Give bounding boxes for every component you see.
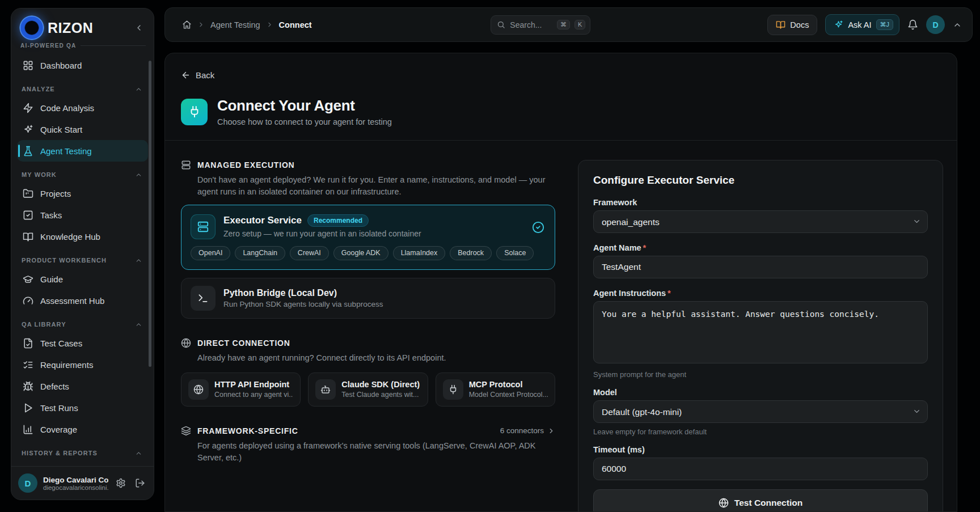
sidebar-section-qa-library[interactable]: QA LIBRARY [17,316,148,332]
card-text: MCP Protocol Model Context Protocol... [469,380,548,399]
model-select[interactable]: Default (gpt-4o-mini) [593,400,928,423]
ask-ai-button[interactable]: Ask AI ⌘J [825,14,899,35]
sidebar-item-tasks[interactable]: Tasks [17,204,148,226]
card-title: HTTP API Endpoint [214,380,293,389]
section-title: ANALYZE [22,86,55,92]
tag-crewai: CrewAI [290,246,329,260]
topbar-actions: Docs Ask AI ⌘J D [767,14,962,35]
topbar: Agent Testing Connect ⌘ K Docs Ask AI ⌘J… [164,7,973,42]
sidebar-item-coverage[interactable]: Coverage [17,418,148,440]
tag-llamaindex: LlamaIndex [393,246,446,260]
sidebar-item-quick-start[interactable]: Quick Start [17,119,148,140]
back-button[interactable]: Back [181,70,214,80]
sidebar-item-test-runs[interactable]: Test Runs [17,397,148,418]
agent-name-input[interactable] [593,256,928,278]
section-description: For agents deployed using a framework's … [197,440,555,464]
search-box[interactable]: ⌘ K [491,15,590,35]
claude-sdk-card[interactable]: Claude SDK (Direct) Test Claude agents w… [308,373,428,407]
framework-select[interactable]: openai_agents [593,210,928,233]
timeout-input[interactable] [593,458,928,480]
sidebar-item-test-cases[interactable]: Test Cases [17,332,148,354]
breadcrumb-parent[interactable]: Agent Testing [210,20,260,29]
home-button[interactable] [182,20,192,29]
section-title: QA LIBRARY [22,321,66,328]
card-title: MCP Protocol [469,380,548,389]
card-subtitle: Test Claude agents wit... [341,391,420,399]
header-collapse-button[interactable] [953,20,962,29]
chevron-right-icon [266,21,273,28]
agent-instructions-textarea[interactable]: You are a helpful assistant. Answer ques… [593,301,928,363]
python-bridge-card[interactable]: Python Bridge (Local Dev) Run Python SDK… [181,278,555,319]
mcp-protocol-card[interactable]: MCP Protocol Model Context Protocol... [436,373,555,407]
sidebar-section-product-workbench[interactable]: PRODUCT WORKBENCH [17,252,148,268]
layers-icon [181,426,191,436]
breadcrumb-current: Connect [279,20,312,29]
executor-service-card[interactable]: Executor Service Recommended Zero setup … [181,205,555,270]
ask-ai-shortcut: ⌘J [876,19,894,30]
chevron-up-icon [135,257,142,264]
card-text: HTTP API Endpoint Connect to any agent v… [214,380,293,399]
sidebar-item-label: Tasks [40,210,62,220]
page-title-row: Connect Your Agent Choose how to connect… [181,97,941,126]
managed-execution-header: MANAGED EXECUTION [181,160,555,170]
sidebar-item-guide[interactable]: Guide [17,268,148,290]
framework-specific-section: FRAMEWORK-SPECIFIC 6 connectors For agen… [181,426,555,464]
check-square-icon [23,210,33,221]
logout-button[interactable] [133,476,147,490]
sidebar-item-label: Code Analysis [40,103,94,113]
user-avatar[interactable]: D [18,473,37,493]
docs-button[interactable]: Docs [767,15,817,35]
section-description: Already have an agent running? Connect d… [197,352,555,364]
book-open-icon [23,231,33,242]
card-subtitle: Model Context Protocol... [469,391,548,399]
user-email: diegocavalariconsolini... [43,484,108,491]
header-avatar[interactable]: D [926,15,945,34]
graduation-cap-icon [23,274,33,285]
notifications-button[interactable] [907,19,918,30]
sidebar-item-label: Defects [40,382,69,391]
chevron-up-icon [135,171,142,179]
configuration-column: Configure Executor Service Framework ope… [578,160,943,512]
sidebar-item-dashboard[interactable]: Dashboard [17,54,148,76]
plug-icon [443,379,463,400]
dashboard-grid-icon [23,60,33,71]
sidebar-section-history-reports[interactable]: HISTORY & REPORTS [17,445,148,461]
selected-check-icon [532,221,544,234]
chevron-up-icon [135,86,142,93]
sidebar-section-my-work[interactable]: MY WORK [17,167,148,183]
sidebar-item-defects[interactable]: Defects [17,375,148,397]
sidebar-section-analyze[interactable]: ANALYZE [17,81,148,97]
section-title: FRAMEWORK-SPECIFIC [197,426,298,435]
sidebar-item-code-analysis[interactable]: Code Analysis [17,97,148,119]
page-title: Connect Your Agent [217,97,392,115]
required-asterisk: * [643,243,647,252]
card-title: Claude SDK (Direct) [341,380,420,389]
logo-text: RIZON [48,20,131,36]
breadcrumb-separator [266,21,273,28]
configure-executor-card: Configure Executor Service Framework ope… [578,160,943,512]
back-label: Back [196,70,214,80]
sidebar-collapse-button[interactable] [131,20,147,36]
bar-chart-icon [23,424,33,435]
connectors-link[interactable]: 6 connectors [500,426,555,435]
framework-label: Framework [593,198,928,207]
sidebar-item-assessment-hub[interactable]: Assessment Hub [17,290,148,311]
sidebar-header: RIZON [11,9,154,43]
sidebar-item-agent-testing[interactable]: Agent Testing [17,140,148,162]
http-api-endpoint-card[interactable]: HTTP API Endpoint Connect to any agent v… [181,373,301,407]
sidebar-item-knowledge-hub[interactable]: Knowledge Hub [17,226,148,247]
sidebar-scrollbar[interactable] [149,61,151,367]
direct-connection-header: DIRECT CONNECTION [181,338,555,348]
sidebar-item-label: Agent Testing [40,146,92,156]
chevron-up-icon [953,20,962,29]
sidebar-item-requirements[interactable]: Requirements [17,354,148,375]
section-title: DIRECT CONNECTION [197,338,290,348]
settings-button[interactable] [114,476,128,490]
agent-name-field-group: Agent Name* [593,243,928,278]
tagline-divider [81,45,146,46]
folder-icon [23,188,33,199]
search-input[interactable] [510,20,552,29]
sidebar-item-label: Dashboard [40,61,82,70]
sidebar-item-projects[interactable]: Projects [17,183,148,204]
test-connection-button[interactable]: Test Connection [593,489,928,512]
